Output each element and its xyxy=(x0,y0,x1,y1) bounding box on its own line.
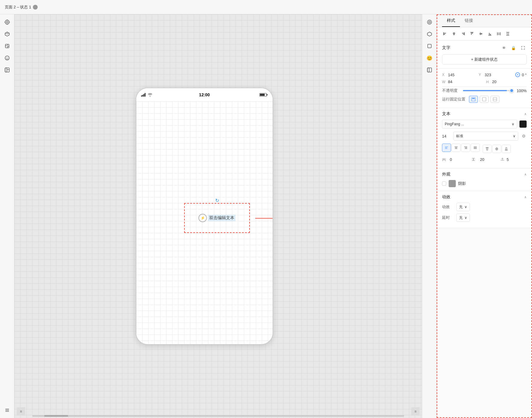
fixed-label: 运行固定位置 xyxy=(442,97,466,102)
wifi-icon xyxy=(148,93,152,97)
phone-content[interactable]: ↻ ⚡ 双击编辑文本 xyxy=(136,101,273,344)
sidebar-icon-resize[interactable] xyxy=(2,41,13,51)
arrow-line xyxy=(255,218,273,219)
align-bottom-btn[interactable] xyxy=(486,30,494,38)
sidebar-icon-cube[interactable] xyxy=(2,29,13,39)
w-label: W xyxy=(442,80,446,84)
h-input[interactable] xyxy=(492,80,507,84)
text-collapse-icon[interactable]: ∧ xyxy=(524,112,527,116)
animation-title: 动效 xyxy=(442,194,450,200)
font-size-row: 14 标准 ∨ ⚙ xyxy=(442,132,527,141)
phone-frame: 12:00 ↻ xyxy=(136,88,273,345)
new-state-button[interactable]: + 新建组件状态 xyxy=(442,54,527,65)
text-align-left[interactable] xyxy=(442,144,451,152)
animation-header[interactable]: 动效 ∧ xyxy=(437,191,531,203)
vert-align-middle[interactable] xyxy=(492,145,501,153)
fixed-opt-pin[interactable] xyxy=(469,96,478,103)
toolbar-emoji-icon[interactable]: 😊 xyxy=(424,53,435,63)
bottom-left-icon[interactable]: ≡ xyxy=(17,407,25,416)
appearance-collapse-icon[interactable]: ∧ xyxy=(524,173,527,176)
align-top-btn[interactable] xyxy=(468,30,476,38)
canvas-area[interactable]: 12:00 ↻ xyxy=(14,14,422,418)
text-section-header[interactable]: 文本 ∧ xyxy=(437,108,531,120)
expand-icon[interactable] xyxy=(519,44,527,51)
sidebar-icon-target[interactable] xyxy=(2,17,13,28)
baseline-value[interactable]: 5 xyxy=(507,157,509,162)
anim-effect-label: 动效 xyxy=(442,204,454,210)
right-tool-bar: 😊 xyxy=(422,14,436,418)
fixed-opt-sticky[interactable] xyxy=(490,96,499,103)
font-size-value[interactable]: 14 xyxy=(442,134,451,138)
shadow-color-swatch[interactable] xyxy=(449,180,456,187)
text-align-right[interactable] xyxy=(461,144,470,152)
h-field: H xyxy=(486,80,527,84)
text-align-justify[interactable] xyxy=(471,144,480,152)
element-text[interactable]: 双击编辑文本 xyxy=(208,215,236,221)
line-height-value[interactable]: 20 xyxy=(480,157,484,162)
font-select[interactable]: PingFang ... ∨ xyxy=(442,120,517,129)
svg-point-11 xyxy=(6,57,7,58)
anim-effect-select[interactable]: 无 ∨ xyxy=(456,203,470,211)
text-color-swatch[interactable] xyxy=(519,120,527,128)
text-settings-icon[interactable]: ⚙ xyxy=(521,133,527,139)
slider-thumb[interactable] xyxy=(510,89,514,93)
svg-rect-55 xyxy=(472,97,475,101)
text-align-center[interactable] xyxy=(452,144,461,152)
tab-link[interactable]: 链接 xyxy=(460,15,478,27)
svg-rect-33 xyxy=(444,34,445,35)
align-right-btn[interactable] xyxy=(459,30,467,38)
fixed-opt-float[interactable] xyxy=(480,96,489,103)
battery-icon xyxy=(259,93,268,97)
align-middle-v-btn[interactable] xyxy=(477,30,485,38)
distribute-v-btn[interactable] xyxy=(504,30,512,38)
sidebar-icon-template[interactable] xyxy=(2,65,13,75)
toolbar-cube-icon[interactable] xyxy=(424,29,435,39)
shadow-checkbox[interactable] xyxy=(442,181,446,186)
selected-element[interactable]: ↻ ⚡ 双击编辑文本 xyxy=(184,203,250,233)
component-actions: 👁 🔒 xyxy=(500,44,527,51)
opacity-label: 不透明度 xyxy=(442,88,460,93)
page-settings-icon[interactable] xyxy=(33,5,38,10)
rotate-handle[interactable]: ↻ xyxy=(215,198,219,203)
toolbar-target-icon[interactable] xyxy=(424,17,435,28)
rotation-dot[interactable] xyxy=(515,72,520,77)
toolbar-resize-icon[interactable] xyxy=(424,41,435,51)
status-right xyxy=(259,93,268,97)
anim-delay-select[interactable]: 无 ∨ xyxy=(456,213,470,222)
fixed-options xyxy=(469,96,499,103)
svg-rect-19 xyxy=(141,95,142,97)
svg-rect-54 xyxy=(507,33,509,34)
x-input[interactable] xyxy=(448,73,463,77)
bottom-right-icon[interactable]: ≡ xyxy=(411,407,420,416)
animation-body: 动效 无 ∨ 延时 无 ∨ xyxy=(437,203,531,228)
scrollbar-thumb[interactable] xyxy=(44,415,68,417)
visibility-icon[interactable]: 👁 xyxy=(500,44,507,51)
appearance-header[interactable]: 外观 ∧ xyxy=(437,169,531,180)
status-left xyxy=(141,93,152,97)
vert-align-top[interactable] xyxy=(483,145,492,153)
rotation-dot-inner xyxy=(517,74,518,75)
w-input[interactable] xyxy=(448,80,463,84)
tab-style[interactable]: 样式 xyxy=(442,15,460,27)
align-center-h-btn[interactable] xyxy=(450,30,458,38)
distribute-h-btn[interactable] xyxy=(495,30,503,38)
align-left-btn[interactable] xyxy=(441,30,449,38)
text-section-body: PingFang ... ∨ 14 标准 ∨ ⚙ xyxy=(437,120,531,168)
y-input[interactable] xyxy=(484,73,499,77)
horizontal-scrollbar[interactable] xyxy=(32,415,404,417)
font-weight-select[interactable]: 标准 ∨ xyxy=(453,132,518,141)
svg-rect-14 xyxy=(5,68,7,72)
y-field: Y xyxy=(479,72,511,77)
signal-icon xyxy=(141,93,146,97)
toolbar-template-icon[interactable] xyxy=(424,65,435,75)
vert-align-bottom[interactable] xyxy=(502,145,511,153)
component-section: 文字 👁 🔒 + 新建组件状态 xyxy=(437,41,531,68)
lock-icon[interactable]: 🔒 xyxy=(510,44,517,51)
opacity-slider[interactable] xyxy=(463,90,512,91)
sidebar-icon-emoji[interactable] xyxy=(2,53,13,63)
svg-rect-48 xyxy=(490,34,491,35)
svg-rect-13 xyxy=(5,68,9,72)
sidebar-icon-menu-bottom[interactable] xyxy=(2,405,13,416)
animation-collapse-icon[interactable]: ∧ xyxy=(524,195,527,199)
letter-spacing-value[interactable]: 0 xyxy=(450,157,452,162)
